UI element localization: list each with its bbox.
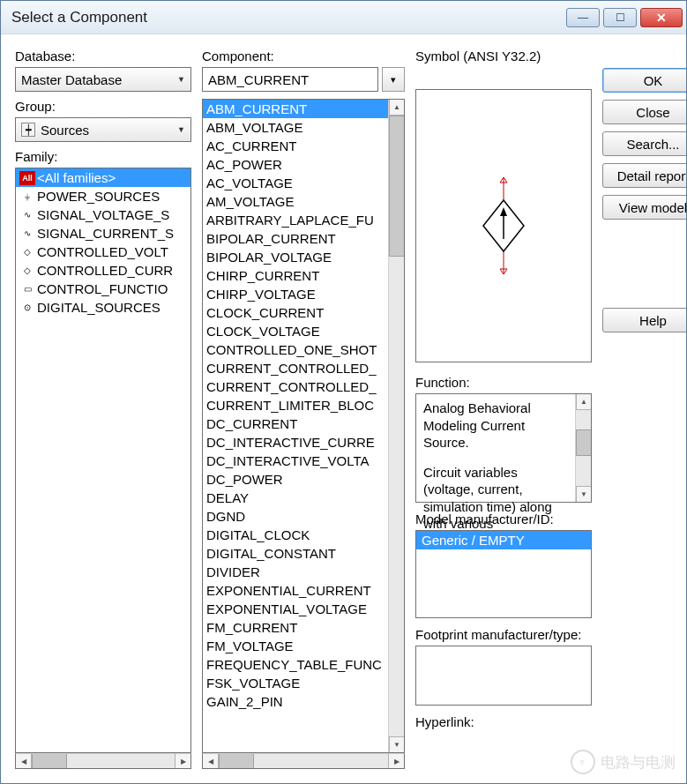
family-list[interactable]: All<All families>⏚POWER_SOURCES∿SIGNAL_V… — [15, 168, 191, 753]
component-item[interactable]: ARBITRARY_LAPLACE_FU — [203, 211, 388, 229]
svg-line-10 — [504, 269, 507, 274]
component-item[interactable]: CLOCK_CURRENT — [203, 303, 388, 322]
svg-marker-6 — [500, 207, 507, 216]
chevron-down-icon — [171, 118, 190, 141]
scroll-right-button[interactable]: ▶ — [175, 754, 190, 768]
family-item[interactable]: ⊙DIGITAL_SOURCES — [16, 298, 190, 317]
component-item[interactable]: DELAY — [203, 489, 388, 507]
view-model-button[interactable]: View model — [602, 195, 686, 220]
maximize-button[interactable]: ☐ — [603, 8, 637, 27]
scroll-left-button[interactable]: ◀ — [203, 754, 219, 768]
component-item[interactable]: DIGITAL_CLOCK — [203, 526, 388, 544]
component-item[interactable]: CHIRP_CURRENT — [203, 266, 388, 285]
component-item[interactable]: FM_VOLTAGE — [203, 637, 388, 655]
component-item[interactable]: CURRENT_LIMITER_BLOC — [203, 396, 388, 414]
family-item[interactable]: ◇CONTROLLED_CURR — [16, 261, 190, 280]
family-item[interactable]: ∿SIGNAL_VOLTAGE_S — [16, 205, 190, 224]
family-item-label: SIGNAL_CURRENT_S — [37, 226, 174, 241]
family-item[interactable]: All<All families> — [16, 168, 190, 187]
family-icon: ⏚ — [19, 190, 35, 204]
family-icon: ∿ — [19, 227, 35, 241]
function-label: Function: — [415, 375, 592, 390]
family-icon: ⊙ — [19, 301, 35, 315]
hyperlink-label: Hyperlink: — [415, 714, 592, 729]
component-item[interactable]: BIPOLAR_CURRENT — [203, 229, 388, 248]
scroll-up-button[interactable]: ▲ — [576, 394, 591, 410]
component-item[interactable]: AC_POWER — [203, 155, 388, 174]
family-item[interactable]: ▭CONTROL_FUNCTIO — [16, 280, 190, 298]
function-text: Analog Behavioral Modeling Current Sourc… — [416, 394, 575, 502]
component-item[interactable]: DIVIDER — [203, 563, 388, 581]
family-label: Family: — [15, 149, 191, 164]
function-scrollbar[interactable]: ▲ ▼ — [575, 394, 591, 502]
search-button[interactable]: Search... — [602, 131, 686, 156]
component-item[interactable]: AM_VOLTAGE — [203, 192, 388, 211]
scroll-thumb[interactable] — [389, 116, 404, 257]
component-item[interactable]: DC_CURRENT — [203, 414, 388, 433]
footprint-list[interactable] — [415, 646, 592, 706]
component-scrollbar-h[interactable]: ◀ ▶ — [202, 753, 405, 769]
component-item[interactable]: DIGITAL_CONSTANT — [203, 544, 388, 563]
component-item[interactable]: DGND — [203, 507, 388, 526]
minimize-button[interactable]: — — [566, 8, 600, 27]
component-item[interactable]: CONTROLLED_ONE_SHOT — [203, 340, 388, 359]
family-item[interactable]: ∿SIGNAL_CURRENT_S — [16, 224, 190, 243]
database-label: Database: — [15, 49, 191, 63]
group-label: Group: — [15, 99, 191, 114]
component-item[interactable]: CLOCK_VOLTAGE — [203, 322, 388, 340]
scroll-thumb[interactable] — [576, 429, 591, 456]
model-list[interactable]: Generic / EMPTY — [415, 530, 592, 618]
svg-line-9 — [500, 269, 504, 274]
family-item[interactable]: ⏚POWER_SOURCES — [16, 187, 190, 205]
component-list[interactable]: ABM_CURRENTABM_VOLTAGEAC_CURRENTAC_POWER… — [202, 99, 405, 753]
component-item[interactable]: DC_INTERACTIVE_CURRE — [203, 433, 388, 452]
component-item[interactable]: ABM_VOLTAGE — [203, 118, 388, 137]
scroll-down-button[interactable]: ▼ — [389, 736, 404, 752]
component-item[interactable]: EXPONENTIAL_CURRENT — [203, 581, 388, 600]
select-component-dialog: Select a Component — ☐ ✕ Database: Maste… — [0, 0, 687, 784]
family-item[interactable]: ◇CONTROLLED_VOLT — [16, 243, 190, 261]
component-scrollbar-v[interactable]: ▲ ▼ — [388, 100, 404, 752]
component-input[interactable]: ABM_CURRENT — [202, 67, 378, 92]
family-item-label: CONTROLLED_CURR — [37, 263, 173, 278]
database-dropdown[interactable]: Master Database — [15, 67, 191, 92]
component-item[interactable]: FSK_VOLTAGE — [203, 674, 388, 692]
window-controls: — ☐ ✕ — [566, 8, 683, 27]
family-item-label: DIGITAL_SOURCES — [37, 300, 161, 315]
model-item[interactable]: Generic / EMPTY — [416, 531, 591, 549]
component-item[interactable]: ABM_CURRENT — [203, 100, 388, 118]
family-item-label: CONTROLLED_VOLT — [37, 244, 168, 259]
component-item[interactable]: EXPONENTIAL_VOLTAGE — [203, 600, 388, 618]
scroll-thumb-h[interactable] — [32, 754, 67, 768]
group-dropdown[interactable]: ┿ Sources — [15, 117, 191, 142]
component-filter-button[interactable]: ▾ — [382, 67, 405, 92]
component-item[interactable]: AC_VOLTAGE — [203, 174, 388, 192]
scroll-thumb-h[interactable] — [219, 754, 254, 768]
component-item[interactable]: AC_CURRENT — [203, 137, 388, 155]
component-item[interactable]: CURRENT_CONTROLLED_ — [203, 377, 388, 396]
component-item[interactable]: CHIRP_VOLTAGE — [203, 285, 388, 303]
family-icon: ◇ — [19, 264, 35, 278]
family-icon: ∿ — [19, 208, 35, 222]
close-window-button[interactable]: ✕ — [640, 8, 683, 27]
group-value: Sources — [41, 123, 89, 138]
component-item[interactable]: BIPOLAR_VOLTAGE — [203, 248, 388, 266]
footprint-label: Footprint manufacturer/type: — [415, 627, 592, 642]
scroll-down-button[interactable]: ▼ — [576, 486, 591, 502]
component-item[interactable]: FM_CURRENT — [203, 618, 388, 637]
component-item[interactable]: DC_INTERACTIVE_VOLTA — [203, 452, 388, 470]
scroll-left-button[interactable]: ◀ — [16, 754, 32, 768]
help-button[interactable]: Help — [602, 308, 686, 332]
component-item[interactable]: CURRENT_CONTROLLED_ — [203, 359, 388, 377]
close-button[interactable]: Close — [602, 100, 686, 124]
scroll-up-button[interactable]: ▲ — [389, 100, 404, 116]
scroll-right-button[interactable]: ▶ — [388, 754, 404, 768]
component-item[interactable]: GAIN_2_PIN — [203, 692, 388, 711]
detail-report-button[interactable]: Detail report — [602, 163, 686, 188]
component-item[interactable]: DC_POWER — [203, 470, 388, 489]
model-label: Model manufacturer/ID: — [415, 511, 592, 526]
family-scrollbar-h[interactable]: ◀ ▶ — [15, 753, 191, 769]
ok-button[interactable]: OK — [602, 68, 686, 93]
family-icon: All — [19, 171, 35, 185]
component-item[interactable]: FREQUENCY_TABLE_FUNC — [203, 655, 388, 674]
